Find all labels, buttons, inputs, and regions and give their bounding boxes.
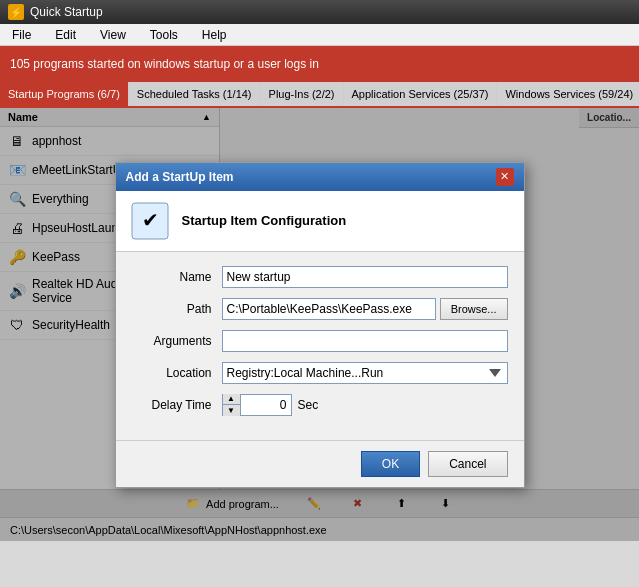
location-select[interactable]: Registry:Local Machine...Run	[222, 362, 508, 384]
dialog-header: ✔ Startup Item Configuration	[116, 191, 524, 252]
tab-count-scheduled: (1/14)	[223, 88, 252, 100]
dialog-footer: OK Cancel	[116, 440, 524, 487]
modal-overlay: Add a StartUp Item ✕ ✔ Startup Item Conf…	[0, 108, 639, 541]
tab-count-plugins: (2/2)	[312, 88, 335, 100]
ok-button[interactable]: OK	[361, 451, 420, 477]
name-label: Name	[132, 270, 222, 284]
tab-count-app: (25/37)	[454, 88, 489, 100]
delay-value: 0	[241, 398, 291, 412]
delay-spinner: ▲ ▼ 0	[222, 394, 292, 416]
delay-label: Delay Time	[132, 398, 222, 412]
tab-plugins[interactable]: Plug-Ins (2/2)	[261, 82, 344, 106]
menu-edit[interactable]: Edit	[47, 26, 84, 44]
app-title: Quick Startup	[30, 5, 103, 19]
tab-label-plugins: Plug-Ins	[269, 88, 309, 100]
browse-button[interactable]: Browse...	[440, 298, 508, 320]
dialog-body: Name Path Browse... Arguments	[116, 252, 524, 440]
tab-app-services[interactable]: Application Services (25/37)	[344, 82, 498, 106]
cancel-button[interactable]: Cancel	[428, 451, 507, 477]
path-input[interactable]	[222, 298, 436, 320]
info-bar: 105 programs started on windows startup …	[0, 46, 639, 82]
main-content: Name ▲ 🖥 appnhost 📧 eMeetLinkStartUp 🔍 E…	[0, 108, 639, 541]
menu-tools[interactable]: Tools	[142, 26, 186, 44]
arguments-row: Arguments	[132, 330, 508, 352]
delay-unit: Sec	[298, 398, 319, 412]
menu-file[interactable]: File	[4, 26, 39, 44]
tab-label-win: Windows Services	[505, 88, 595, 100]
delay-up-button[interactable]: ▲	[223, 394, 241, 405]
dialog-header-title: Startup Item Configuration	[182, 213, 347, 228]
path-label: Path	[132, 302, 222, 316]
tab-win-services[interactable]: Windows Services (59/24)	[497, 82, 639, 106]
location-row: Location Registry:Local Machine...Run	[132, 362, 508, 384]
menu-help[interactable]: Help	[194, 26, 235, 44]
path-row: Path Browse...	[132, 298, 508, 320]
title-bar: ⚡ Quick Startup	[0, 0, 639, 24]
delay-row: Delay Time ▲ ▼ 0 Sec	[132, 394, 508, 416]
tab-count-win: (59/24)	[598, 88, 633, 100]
arguments-label: Arguments	[132, 334, 222, 348]
info-text: 105 programs started on windows startup …	[10, 57, 319, 71]
tab-scheduled-tasks[interactable]: Scheduled Tasks (1/14)	[129, 82, 261, 106]
dialog-header-icon: ✔	[130, 201, 170, 241]
app-icon: ⚡	[8, 4, 24, 20]
name-row: Name	[132, 266, 508, 288]
tab-startup-programs[interactable]: Startup Programs (6/7)	[0, 82, 129, 106]
tab-count-startup: (6/7)	[97, 88, 120, 100]
name-input[interactable]	[222, 266, 508, 288]
tabs-bar: Startup Programs (6/7) Scheduled Tasks (…	[0, 82, 639, 108]
menu-view[interactable]: View	[92, 26, 134, 44]
svg-text:✔: ✔	[141, 209, 158, 231]
dialog-add-startup: Add a StartUp Item ✕ ✔ Startup Item Conf…	[115, 162, 525, 488]
location-label: Location	[132, 366, 222, 380]
delay-arrows: ▲ ▼	[223, 394, 241, 416]
path-input-group: Browse...	[222, 298, 508, 320]
delay-down-button[interactable]: ▼	[223, 405, 241, 416]
tab-label-scheduled: Scheduled Tasks	[137, 88, 220, 100]
dialog-title-bar: Add a StartUp Item ✕	[116, 163, 524, 191]
delay-group: ▲ ▼ 0 Sec	[222, 394, 319, 416]
tab-label-startup: Startup Programs	[8, 88, 94, 100]
dialog-title: Add a StartUp Item	[126, 170, 234, 184]
tab-label-app: Application Services	[352, 88, 451, 100]
dialog-close-button[interactable]: ✕	[496, 168, 514, 186]
menu-bar: File Edit View Tools Help	[0, 24, 639, 46]
arguments-input[interactable]	[222, 330, 508, 352]
